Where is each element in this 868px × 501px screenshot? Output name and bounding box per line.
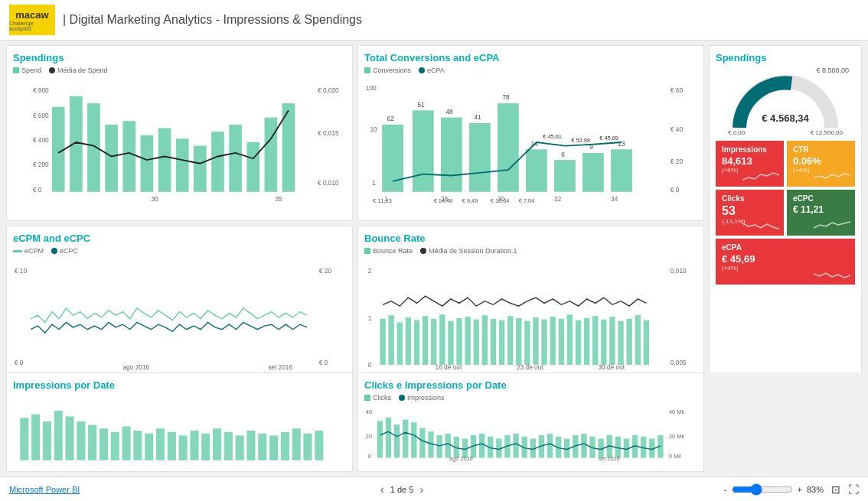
svg-text:€ 800: € 800 [33, 86, 49, 94]
svg-text:35: 35 [275, 195, 282, 203]
svg-text:€ 11,23: € 11,23 [373, 197, 392, 204]
logo-sub: Challenge accepted. [9, 21, 55, 31]
svg-rect-42 [498, 103, 519, 192]
svg-rect-93 [541, 320, 547, 365]
fullscreen-button[interactable]: ⛶ [848, 483, 859, 496]
svg-rect-76 [397, 322, 403, 365]
kpi-impressions-label: Impressions [722, 145, 778, 154]
svg-rect-39 [469, 123, 491, 192]
kpi-ecpc-value: € 11,21 [793, 204, 849, 215]
svg-rect-31 [382, 125, 403, 192]
svg-text:€ 200: € 200 [33, 161, 49, 168]
svg-rect-119 [133, 431, 142, 460]
impressions2-icon [399, 395, 405, 401]
clicks-impressions-chart: 40 Mil 20 Mil 0 Mil 40 20 0 [364, 405, 697, 464]
svg-text:62: 62 [387, 115, 395, 122]
gauge-svg: € 4.568,34 [728, 74, 843, 135]
page-title: | Digital Marketing Analytics - Impressi… [63, 13, 362, 27]
spendings-panel: Spendings Spend Média de Spend € 800 € 6… [6, 45, 353, 221]
svg-rect-34 [413, 110, 434, 191]
kpi-clicks-label: Clicks [722, 194, 778, 203]
svg-text:41: 41 [474, 113, 481, 121]
legend-ecpc2-label: eCPC [60, 247, 78, 255]
svg-rect-102 [618, 321, 623, 365]
svg-rect-96 [567, 314, 573, 365]
svg-rect-158 [513, 434, 518, 457]
kpi-ctr-value: 0.06% [793, 155, 849, 167]
svg-rect-15 [176, 138, 189, 191]
prev-page-button[interactable]: ‹ [380, 483, 384, 496]
svg-text:€ 10: € 10 [15, 267, 28, 275]
svg-rect-84 [465, 317, 470, 365]
svg-rect-116 [100, 428, 108, 460]
kpi-ecpa-value: € 45,69 [722, 253, 849, 265]
page-wrapper: macaw Challenge accepted. | Digital Mark… [0, 0, 868, 501]
kpi-grid: Impressions 84,613 (+8%) CTR 0.06% (+4%) [716, 141, 855, 285]
legend-media-spend-label: Média de Spend [57, 67, 108, 74]
spendings-title: Spendings [13, 52, 346, 63]
logo-text: macaw [15, 9, 48, 21]
gauge-container: Spendings € 8.500,00 € 4.568,34 € 0,00 €… [716, 52, 855, 136]
svg-rect-148 [428, 431, 433, 457]
svg-rect-83 [456, 318, 462, 365]
ecpm-icon [13, 250, 22, 252]
zoom-slider[interactable] [732, 483, 793, 496]
gauge-max: € 12.500,00 [811, 129, 843, 136]
svg-rect-36 [441, 118, 462, 192]
legend-spend-label: Spend [21, 67, 41, 74]
svg-text:€ 7,04: € 7,04 [519, 197, 535, 204]
svg-rect-132 [281, 432, 289, 460]
powerbi-link[interactable]: Microsoft Power BI [9, 485, 80, 494]
svg-rect-11 [105, 125, 118, 192]
next-page-button[interactable]: › [419, 483, 423, 496]
svg-rect-95 [559, 319, 564, 365]
legend-bounce: Bounce Rate [364, 247, 413, 255]
svg-text:€ 0: € 0 [319, 359, 328, 366]
svg-rect-89 [507, 316, 513, 365]
svg-rect-18 [229, 125, 242, 192]
svg-rect-101 [609, 317, 615, 365]
zoom-plus[interactable]: + [798, 485, 802, 494]
svg-rect-111 [43, 421, 51, 460]
svg-text:€ 9,49: € 9,49 [462, 197, 478, 204]
svg-text:0 Mil: 0 Mil [669, 453, 681, 460]
fit-page-button[interactable]: ⊡ [831, 483, 840, 496]
kpi-ecpc: eCPC € 11,21 [787, 190, 855, 236]
impressions-date-title: Impressions por Date [13, 379, 346, 391]
ecpa-icon [419, 67, 425, 73]
svg-rect-124 [190, 431, 198, 460]
footer-nav: ‹ 1 de 5 › [380, 483, 423, 496]
header: macaw Challenge accepted. | Digital Mark… [0, 0, 868, 41]
svg-text:€ 52,99: € 52,99 [571, 137, 590, 144]
kpi-clicks: Clicks 53 (-13,1%) [716, 190, 784, 236]
svg-text:€ 0,010: € 0,010 [318, 179, 339, 187]
svg-rect-12 [122, 121, 135, 192]
legend-ecpc2: eCPC [51, 247, 78, 255]
svg-rect-131 [269, 435, 278, 460]
svg-rect-94 [550, 317, 555, 365]
content-area: Spendings Spend Média de Spend € 800 € 6… [0, 41, 868, 372]
svg-rect-79 [423, 316, 428, 365]
svg-text:set 2016: set 2016 [598, 455, 619, 462]
svg-rect-133 [292, 428, 301, 460]
ecpm-legend: eCPM eCPC [13, 247, 346, 255]
svg-rect-166 [581, 434, 586, 457]
legend-ecpa: eCPA [419, 67, 445, 74]
page-indicator: 1 de 5 [390, 485, 414, 494]
svg-rect-74 [380, 319, 385, 365]
ecpc-sparkline [814, 217, 852, 233]
kpi-ctr-label: CTR [793, 145, 849, 154]
gauge-wrapper: € 8.500,00 € 4.568,34 € 0,00 € 12.500,00 [716, 67, 855, 136]
svg-rect-16 [194, 146, 207, 192]
svg-rect-125 [201, 434, 210, 460]
gauge-title: Spendings [716, 52, 855, 63]
svg-rect-77 [406, 317, 411, 365]
svg-text:0: 0 [368, 361, 372, 369]
svg-text:28: 28 [441, 195, 449, 203]
legend-clicks2-label: Clicks [373, 394, 391, 402]
svg-text:30: 30 [151, 195, 158, 203]
legend-spend: Spend [13, 67, 41, 74]
svg-text:30 de out: 30 de out [598, 363, 625, 371]
zoom-minus[interactable]: - [724, 485, 727, 494]
svg-text:set 2016: set 2016 [268, 363, 292, 371]
